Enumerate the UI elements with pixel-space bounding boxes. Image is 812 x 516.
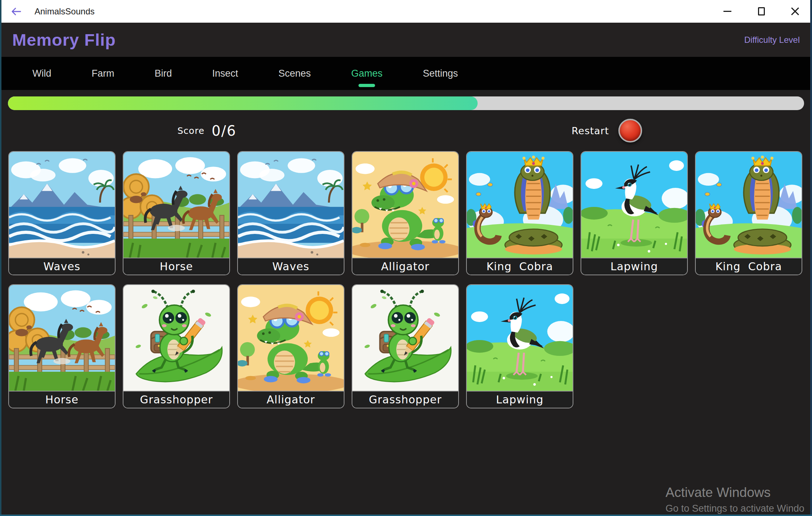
tab-label: Farm bbox=[92, 68, 114, 79]
difficulty-level-link[interactable]: Difficulty Level bbox=[744, 35, 800, 45]
card-label: Horse bbox=[9, 391, 115, 408]
card-king-cobra-1[interactable]: King Cobra bbox=[466, 151, 573, 275]
restart-label: Restart bbox=[572, 125, 609, 136]
title-bar: AnimalsSounds bbox=[0, 0, 812, 23]
card-image bbox=[123, 285, 229, 391]
app-title: AnimalsSounds bbox=[35, 6, 95, 17]
card-image bbox=[238, 285, 344, 391]
tab-farm[interactable]: Farm bbox=[92, 57, 114, 90]
score-row: Score 0/6 Restart bbox=[0, 110, 812, 151]
card-image bbox=[467, 152, 573, 258]
watermark-line1: Activate Windows bbox=[666, 485, 812, 500]
maximize-button[interactable] bbox=[744, 0, 778, 23]
minimize-icon bbox=[723, 11, 731, 12]
card-king-cobra-2[interactable]: King Cobra bbox=[695, 151, 802, 275]
back-arrow-icon bbox=[10, 6, 23, 17]
card-label: Waves bbox=[9, 258, 115, 275]
restart-group: Restart bbox=[572, 119, 642, 142]
watermark-line2: Go to Settings to activate Windo bbox=[666, 503, 812, 514]
card-lapwing-1[interactable]: Lapwing bbox=[581, 151, 688, 275]
card-alligator-1[interactable]: Alligator bbox=[352, 151, 459, 275]
card-lapwing-2[interactable]: Lapwing bbox=[466, 284, 573, 408]
page-header: Memory Flip Difficulty Level bbox=[0, 23, 812, 57]
tab-label: Wild bbox=[32, 68, 51, 79]
card-image bbox=[467, 285, 573, 391]
card-label: King Cobra bbox=[696, 258, 802, 275]
card-label: Lapwing bbox=[581, 258, 687, 275]
card-image bbox=[9, 152, 115, 258]
nav-tabs: Wild Farm Bird Insect Scenes Games Setti… bbox=[0, 57, 812, 90]
card-image bbox=[696, 152, 802, 258]
card-image bbox=[352, 285, 458, 391]
window-border-right bbox=[810, 0, 812, 516]
progress-bar bbox=[8, 96, 804, 110]
card-horse-1[interactable]: Horse bbox=[123, 151, 230, 275]
window-controls bbox=[710, 0, 812, 23]
card-grid: Waves Horse Waves Alligator King Cobra L… bbox=[0, 151, 812, 408]
card-waves-1[interactable]: Waves bbox=[8, 151, 116, 275]
page-title: Memory Flip bbox=[12, 30, 116, 50]
card-label: Grasshopper bbox=[352, 391, 458, 408]
card-label: Grasshopper bbox=[123, 391, 229, 408]
progress-fill bbox=[8, 96, 478, 110]
tab-label: Settings bbox=[423, 68, 458, 79]
card-horse-2[interactable]: Horse bbox=[8, 284, 116, 408]
card-waves-2[interactable]: Waves bbox=[237, 151, 344, 275]
app-window: AnimalsSounds Memory Flip Difficulty Lev… bbox=[0, 0, 812, 516]
activate-windows-watermark: Activate Windows Go to Settings to activ… bbox=[666, 485, 812, 514]
card-label: Horse bbox=[123, 258, 229, 275]
tab-scenes[interactable]: Scenes bbox=[279, 57, 311, 90]
card-grasshopper-1[interactable]: Grasshopper bbox=[123, 284, 230, 408]
card-alligator-2[interactable]: Alligator bbox=[237, 284, 344, 408]
card-label: Lapwing bbox=[467, 391, 573, 408]
tab-label: Insect bbox=[212, 68, 238, 79]
card-image bbox=[238, 152, 344, 258]
minimize-button[interactable] bbox=[710, 0, 744, 23]
close-icon bbox=[791, 7, 799, 16]
restart-button[interactable] bbox=[618, 119, 642, 142]
card-label: Alligator bbox=[238, 391, 344, 408]
tab-bird[interactable]: Bird bbox=[155, 57, 172, 90]
score-group: Score 0/6 bbox=[177, 123, 236, 139]
card-image bbox=[9, 285, 115, 391]
back-button[interactable] bbox=[8, 4, 24, 19]
tab-insect[interactable]: Insect bbox=[212, 57, 238, 90]
tab-settings[interactable]: Settings bbox=[423, 57, 458, 90]
close-button[interactable] bbox=[778, 0, 812, 23]
card-image bbox=[123, 152, 229, 258]
window-border-left bbox=[0, 0, 1, 516]
maximize-icon bbox=[758, 7, 765, 15]
card-image bbox=[352, 152, 458, 258]
card-label: Waves bbox=[238, 258, 344, 275]
tab-games[interactable]: Games bbox=[351, 57, 383, 90]
active-tab-underline bbox=[358, 84, 375, 87]
card-label: King Cobra bbox=[467, 258, 573, 275]
card-label: Alligator bbox=[352, 258, 458, 275]
score-label: Score bbox=[177, 126, 204, 136]
card-image bbox=[581, 152, 687, 258]
tab-wild[interactable]: Wild bbox=[32, 57, 51, 90]
tab-label: Games bbox=[351, 68, 383, 79]
card-grasshopper-2[interactable]: Grasshopper bbox=[352, 284, 459, 408]
window-border-bottom bbox=[0, 515, 812, 516]
tab-label: Bird bbox=[155, 68, 172, 79]
tab-label: Scenes bbox=[279, 68, 311, 79]
score-value: 0/6 bbox=[212, 123, 236, 139]
